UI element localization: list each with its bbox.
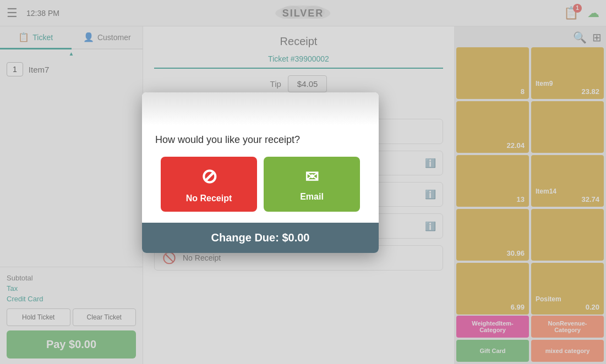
modal-buttons: ⊘ No Receipt ✉ Email [155, 157, 365, 223]
no-receipt-button-label: No Receipt [186, 194, 232, 203]
email-button-icon: ✉ [305, 167, 319, 186]
modal-question: How would you like your receipt? [155, 134, 365, 146]
email-button-label: Email [300, 192, 324, 202]
change-due-amount: $0.00 [282, 231, 309, 244]
change-due-bar: Change Due: $0.00 [142, 223, 379, 253]
change-due-label: Change Due: [211, 231, 279, 244]
modal-gradient [142, 92, 379, 125]
modal-overlay: How would you like your receipt? ⊘ No Re… [0, 0, 606, 364]
email-button[interactable]: ✉ Email [264, 157, 360, 212]
no-receipt-button[interactable]: ⊘ No Receipt [161, 157, 257, 212]
no-receipt-button-icon: ⊘ [201, 165, 217, 188]
receipt-choice-modal: How would you like your receipt? ⊘ No Re… [142, 92, 379, 253]
modal-body: How would you like your receipt? ⊘ No Re… [142, 125, 379, 223]
